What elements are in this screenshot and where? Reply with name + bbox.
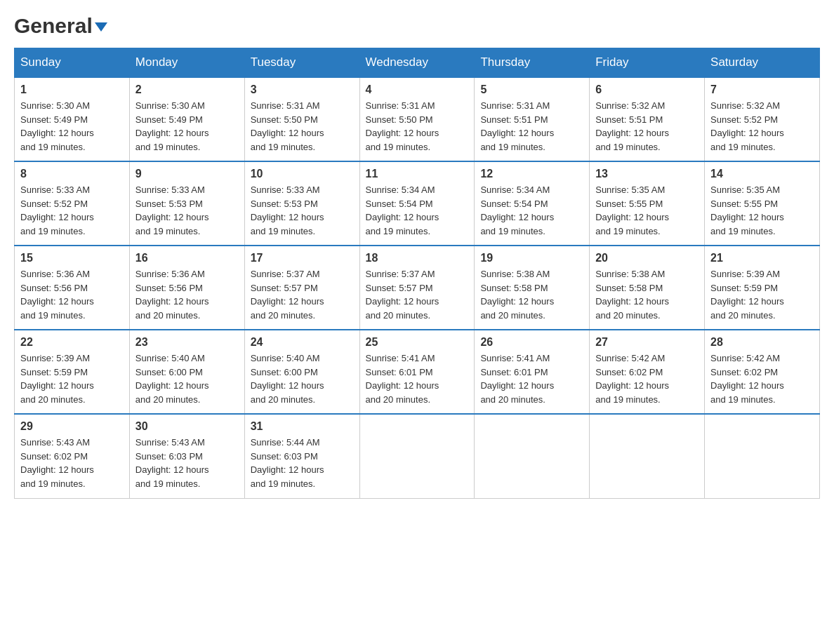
header-saturday: Saturday <box>705 48 820 78</box>
day-info: Sunrise: 5:35 AMSunset: 5:55 PMDaylight:… <box>710 183 814 238</box>
day-info: Sunrise: 5:38 AMSunset: 5:58 PMDaylight:… <box>480 267 583 322</box>
day-info: Sunrise: 5:31 AMSunset: 5:50 PMDaylight:… <box>366 99 469 154</box>
day-number: 17 <box>251 252 354 264</box>
day-number: 22 <box>20 336 124 349</box>
page-header: General <box>14 14 820 34</box>
logo-general-text: General <box>14 14 93 38</box>
day-number: 26 <box>480 336 583 349</box>
calendar-cell: 21 Sunrise: 5:39 AMSunset: 5:59 PMDaylig… <box>705 246 820 330</box>
day-number: 30 <box>135 420 239 433</box>
calendar-cell: 26 Sunrise: 5:41 AMSunset: 6:01 PMDaylig… <box>475 330 590 414</box>
day-info: Sunrise: 5:36 AMSunset: 5:56 PMDaylight:… <box>135 267 239 322</box>
day-info: Sunrise: 5:30 AMSunset: 5:49 PMDaylight:… <box>20 99 124 154</box>
calendar-cell: 25 Sunrise: 5:41 AMSunset: 6:01 PMDaylig… <box>359 330 475 414</box>
calendar-cell: 3 Sunrise: 5:31 AMSunset: 5:50 PMDayligh… <box>244 77 359 161</box>
calendar-cell: 1 Sunrise: 5:30 AMSunset: 5:49 PMDayligh… <box>15 77 130 161</box>
day-number: 31 <box>251 420 354 433</box>
day-info: Sunrise: 5:32 AMSunset: 5:52 PMDaylight:… <box>710 99 814 154</box>
day-number: 13 <box>595 168 699 180</box>
week-row-3: 15 Sunrise: 5:36 AMSunset: 5:56 PMDaylig… <box>15 246 820 330</box>
calendar-cell: 14 Sunrise: 5:35 AMSunset: 5:55 PMDaylig… <box>705 161 820 246</box>
day-number: 28 <box>710 336 814 349</box>
day-number: 11 <box>366 168 469 180</box>
day-info: Sunrise: 5:33 AMSunset: 5:52 PMDaylight:… <box>20 183 124 238</box>
calendar-cell: 12 Sunrise: 5:34 AMSunset: 5:54 PMDaylig… <box>475 161 590 246</box>
day-info: Sunrise: 5:41 AMSunset: 6:01 PMDaylight:… <box>480 351 583 406</box>
calendar-cell: 24 Sunrise: 5:40 AMSunset: 6:00 PMDaylig… <box>244 330 359 414</box>
calendar-cell: 20 Sunrise: 5:38 AMSunset: 5:58 PMDaylig… <box>590 246 705 330</box>
day-info: Sunrise: 5:40 AMSunset: 6:00 PMDaylight:… <box>135 351 239 406</box>
day-number: 7 <box>710 83 814 96</box>
day-number: 24 <box>251 336 354 349</box>
day-info: Sunrise: 5:43 AMSunset: 6:02 PMDaylight:… <box>20 436 124 490</box>
header-sunday: Sunday <box>15 48 130 78</box>
calendar-cell: 8 Sunrise: 5:33 AMSunset: 5:52 PMDayligh… <box>15 161 130 246</box>
day-info: Sunrise: 5:44 AMSunset: 6:03 PMDaylight:… <box>251 436 354 490</box>
calendar-cell: 10 Sunrise: 5:33 AMSunset: 5:53 PMDaylig… <box>244 161 359 246</box>
day-number: 10 <box>251 168 354 180</box>
calendar-cell: 23 Sunrise: 5:40 AMSunset: 6:00 PMDaylig… <box>129 330 244 414</box>
calendar-cell <box>590 414 705 498</box>
calendar-cell: 7 Sunrise: 5:32 AMSunset: 5:52 PMDayligh… <box>705 77 820 161</box>
day-number: 29 <box>20 420 124 433</box>
day-info: Sunrise: 5:37 AMSunset: 5:57 PMDaylight:… <box>366 267 469 322</box>
day-number: 25 <box>366 336 469 349</box>
calendar-table: SundayMondayTuesdayWednesdayThursdayFrid… <box>14 48 820 499</box>
calendar-cell: 17 Sunrise: 5:37 AMSunset: 5:57 PMDaylig… <box>244 246 359 330</box>
header-tuesday: Tuesday <box>244 48 359 78</box>
day-number: 20 <box>595 252 699 264</box>
day-info: Sunrise: 5:41 AMSunset: 6:01 PMDaylight:… <box>366 351 469 406</box>
day-number: 2 <box>135 83 239 96</box>
calendar-cell: 29 Sunrise: 5:43 AMSunset: 6:02 PMDaylig… <box>15 414 130 498</box>
day-info: Sunrise: 5:39 AMSunset: 5:59 PMDaylight:… <box>20 351 124 406</box>
header-thursday: Thursday <box>475 48 590 78</box>
day-number: 19 <box>480 252 583 264</box>
calendar-cell <box>475 414 590 498</box>
week-row-5: 29 Sunrise: 5:43 AMSunset: 6:02 PMDaylig… <box>15 414 820 498</box>
header-monday: Monday <box>129 48 244 78</box>
day-number: 1 <box>20 83 124 96</box>
day-info: Sunrise: 5:37 AMSunset: 5:57 PMDaylight:… <box>251 267 354 322</box>
calendar-cell: 19 Sunrise: 5:38 AMSunset: 5:58 PMDaylig… <box>475 246 590 330</box>
calendar-cell <box>359 414 475 498</box>
day-number: 12 <box>480 168 583 180</box>
day-info: Sunrise: 5:39 AMSunset: 5:59 PMDaylight:… <box>710 267 814 322</box>
week-row-2: 8 Sunrise: 5:33 AMSunset: 5:52 PMDayligh… <box>15 161 820 246</box>
calendar-cell: 2 Sunrise: 5:30 AMSunset: 5:49 PMDayligh… <box>129 77 244 161</box>
day-number: 16 <box>135 252 239 264</box>
day-number: 14 <box>710 168 814 180</box>
logo-triangle-icon <box>95 22 107 32</box>
calendar-cell: 11 Sunrise: 5:34 AMSunset: 5:54 PMDaylig… <box>359 161 475 246</box>
calendar-cell: 6 Sunrise: 5:32 AMSunset: 5:51 PMDayligh… <box>590 77 705 161</box>
day-number: 8 <box>20 168 124 180</box>
day-info: Sunrise: 5:38 AMSunset: 5:58 PMDaylight:… <box>595 267 699 322</box>
day-info: Sunrise: 5:33 AMSunset: 5:53 PMDaylight:… <box>251 183 354 238</box>
calendar-cell: 9 Sunrise: 5:33 AMSunset: 5:53 PMDayligh… <box>129 161 244 246</box>
day-number: 9 <box>135 168 239 180</box>
calendar-header-row: SundayMondayTuesdayWednesdayThursdayFrid… <box>15 48 820 78</box>
calendar-cell: 4 Sunrise: 5:31 AMSunset: 5:50 PMDayligh… <box>359 77 475 161</box>
calendar-cell: 22 Sunrise: 5:39 AMSunset: 5:59 PMDaylig… <box>15 330 130 414</box>
day-number: 5 <box>480 83 583 96</box>
day-info: Sunrise: 5:42 AMSunset: 6:02 PMDaylight:… <box>710 351 814 406</box>
calendar-cell: 18 Sunrise: 5:37 AMSunset: 5:57 PMDaylig… <box>359 246 475 330</box>
day-number: 23 <box>135 336 239 349</box>
calendar-cell: 31 Sunrise: 5:44 AMSunset: 6:03 PMDaylig… <box>244 414 359 498</box>
day-number: 15 <box>20 252 124 264</box>
week-row-4: 22 Sunrise: 5:39 AMSunset: 5:59 PMDaylig… <box>15 330 820 414</box>
calendar-cell: 16 Sunrise: 5:36 AMSunset: 5:56 PMDaylig… <box>129 246 244 330</box>
logo-general-blue: General <box>14 14 107 38</box>
calendar-cell: 28 Sunrise: 5:42 AMSunset: 6:02 PMDaylig… <box>705 330 820 414</box>
calendar-cell: 30 Sunrise: 5:43 AMSunset: 6:03 PMDaylig… <box>129 414 244 498</box>
header-friday: Friday <box>590 48 705 78</box>
day-number: 4 <box>366 83 469 96</box>
day-info: Sunrise: 5:35 AMSunset: 5:55 PMDaylight:… <box>595 183 699 238</box>
calendar-cell <box>705 414 820 498</box>
day-info: Sunrise: 5:31 AMSunset: 5:50 PMDaylight:… <box>251 99 354 154</box>
day-number: 6 <box>595 83 699 96</box>
calendar-cell: 13 Sunrise: 5:35 AMSunset: 5:55 PMDaylig… <box>590 161 705 246</box>
week-row-1: 1 Sunrise: 5:30 AMSunset: 5:49 PMDayligh… <box>15 77 820 161</box>
day-number: 21 <box>710 252 814 264</box>
day-info: Sunrise: 5:43 AMSunset: 6:03 PMDaylight:… <box>135 436 239 490</box>
day-info: Sunrise: 5:32 AMSunset: 5:51 PMDaylight:… <box>595 99 699 154</box>
